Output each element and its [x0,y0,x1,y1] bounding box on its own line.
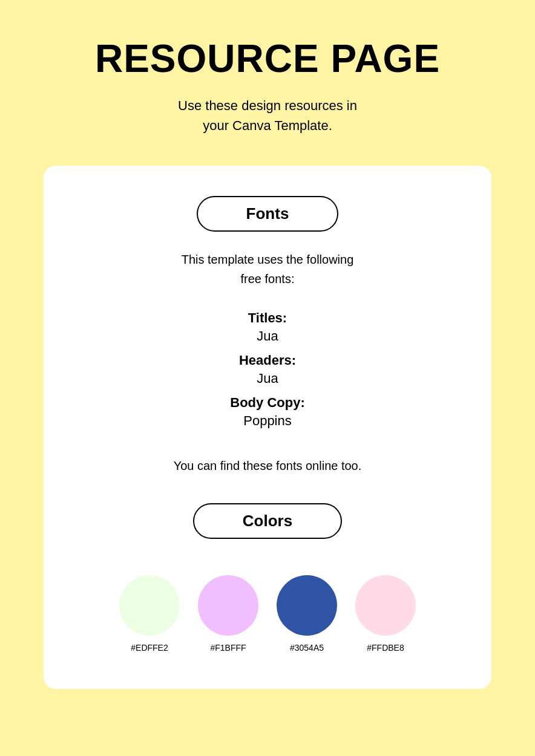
color-hex-3: #3054A5 [290,643,324,653]
headers-label: Headers: [239,353,296,368]
color-item-1: #EDFFE2 [119,575,180,653]
page-title: RESOURCE PAGE [95,36,440,81]
font-list: Titles: Jua Headers: Jua Body Copy: Popp… [230,310,304,435]
bodycopy-font: Poppins [243,413,292,429]
color-swatches: #EDFFE2 #F1BFFF #3054A5 #FFDBE8 [119,575,416,653]
fonts-badge: Fonts [197,196,339,232]
colors-section: Colors #EDFFE2 #F1BFFF #3054A5 #FFDBE8 [80,503,455,653]
color-circle-3 [277,575,337,636]
color-item-4: #FFDBE8 [355,575,416,653]
colors-badge-label: Colors [243,512,292,530]
colors-badge: Colors [193,503,342,539]
fonts-footer: You can find these fonts online too. [174,459,362,473]
color-circle-1 [119,575,180,636]
headers-font: Jua [257,371,278,386]
color-hex-1: #EDFFE2 [131,643,168,653]
color-circle-2 [198,575,258,636]
color-hex-4: #FFDBE8 [367,643,404,653]
color-hex-2: #F1BFFF [210,643,246,653]
color-circle-4 [355,575,416,636]
fonts-intro: This template uses the following free fo… [182,250,354,288]
resource-card: Fonts This template uses the following f… [44,166,491,689]
titles-label: Titles: [248,310,287,326]
page-subtitle: Use these design resources in your Canva… [178,96,357,135]
bodycopy-label: Body Copy: [230,395,304,411]
titles-font: Jua [257,328,278,344]
fonts-badge-label: Fonts [246,204,289,223]
color-item-2: #F1BFFF [198,575,258,653]
color-item-3: #3054A5 [277,575,337,653]
